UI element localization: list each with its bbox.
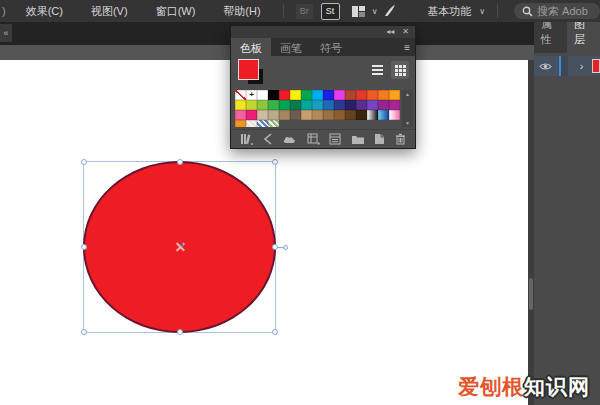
swatch[interactable] (345, 100, 356, 110)
swatch[interactable] (312, 100, 323, 110)
swatch[interactable] (279, 90, 290, 100)
search-box[interactable]: 搜索 Adob (514, 3, 600, 19)
swatch[interactable] (268, 90, 279, 100)
swatch[interactable] (268, 100, 279, 110)
swatch[interactable] (235, 110, 246, 120)
swatch[interactable] (312, 90, 323, 100)
stock-icon[interactable]: St (321, 3, 340, 20)
center-point-widget[interactable] (174, 242, 185, 253)
menu-item[interactable]: 窗口(W) (142, 4, 210, 19)
swatch[interactable] (279, 100, 290, 110)
swatch[interactable] (334, 110, 345, 120)
handle-bottom-left[interactable] (81, 329, 87, 335)
new-swatch-icon[interactable] (374, 133, 385, 145)
swatch[interactable] (268, 120, 279, 127)
swatch[interactable] (235, 120, 246, 127)
swatch-options-icon[interactable] (329, 133, 341, 145)
close-icon[interactable]: ✕ (402, 28, 409, 36)
side-widget-handle[interactable] (277, 247, 286, 248)
selection-bounding-box[interactable] (83, 161, 276, 333)
swatch[interactable] (323, 100, 334, 110)
swatch[interactable] (290, 100, 301, 110)
swatch[interactable] (367, 100, 378, 110)
workspace-layout-icon[interactable] (352, 6, 365, 17)
layer-expand-arrow[interactable]: › (571, 60, 592, 72)
swatch[interactable] (301, 110, 312, 120)
list-view-button[interactable] (368, 61, 386, 79)
swatch[interactable] (367, 90, 378, 100)
chevron-down-icon[interactable]: ∨ (479, 7, 485, 16)
handle-mid-left[interactable] (81, 244, 87, 250)
chevron-down-icon[interactable]: ∨ (372, 7, 378, 16)
swatch[interactable] (323, 110, 334, 120)
swatch[interactable] (235, 100, 246, 110)
bridge-icon[interactable]: Br (296, 4, 313, 19)
swatch[interactable] (268, 110, 279, 120)
layer-thumbnail[interactable] (592, 59, 600, 73)
swatch[interactable] (389, 90, 400, 100)
swatch[interactable] (257, 110, 268, 120)
swatch[interactable] (257, 90, 268, 100)
tab-symbols[interactable]: 符号 (311, 38, 351, 56)
fill-swatch[interactable] (238, 59, 259, 80)
swatch[interactable] (356, 100, 367, 110)
swatch[interactable] (235, 90, 246, 100)
swatch-libraries-icon[interactable] (240, 133, 253, 145)
swatch[interactable] (323, 90, 334, 100)
panel-title-bar[interactable]: ◂◂ ✕ (231, 26, 415, 38)
delete-swatch-icon[interactable] (395, 133, 406, 145)
scroll-down-icon[interactable]: ▼ (405, 120, 410, 126)
fill-stroke-proxy[interactable] (238, 59, 268, 87)
panel-menu-icon[interactable]: ≡ (404, 42, 410, 53)
swatch-scrollbar[interactable]: ▲ ▼ (402, 90, 413, 127)
grid-view-button[interactable] (391, 61, 409, 79)
collapse-icons-icon[interactable]: ◂◂ (386, 28, 394, 36)
swatch[interactable] (279, 110, 290, 120)
swatch[interactable] (389, 110, 400, 120)
swatch[interactable] (246, 100, 257, 110)
handle-top-right[interactable] (272, 159, 278, 165)
eye-icon[interactable] (539, 57, 552, 75)
swatch[interactable] (378, 100, 389, 110)
tab-brushes[interactable]: 画笔 (271, 38, 311, 56)
swatch[interactable] (246, 120, 257, 127)
brush-icon[interactable] (383, 4, 396, 19)
menu-item[interactable]: 效果(C) (12, 4, 77, 19)
swatch[interactable] (257, 120, 268, 127)
watermark: 爱刨根知识网 (458, 373, 590, 401)
handle-bottom-mid[interactable] (177, 329, 183, 335)
swatch[interactable] (345, 110, 356, 120)
swatch[interactable] (356, 90, 367, 100)
layer-row[interactable]: › (534, 56, 600, 76)
swatch[interactable] (334, 100, 345, 110)
swatch[interactable] (367, 110, 378, 120)
swatch[interactable] (312, 110, 323, 120)
swatch[interactable] (378, 110, 389, 120)
tab-swatches[interactable]: 色板 (231, 38, 271, 56)
swatch[interactable] (389, 100, 400, 110)
handle-top-mid[interactable] (177, 159, 183, 165)
handle-top-left[interactable] (81, 159, 87, 165)
swatch[interactable] (356, 110, 367, 120)
swatch[interactable] (257, 100, 268, 110)
swatch[interactable] (345, 90, 356, 100)
swatch[interactable] (301, 100, 312, 110)
swatch[interactable] (378, 90, 389, 100)
scroll-up-icon[interactable]: ▲ (405, 91, 410, 97)
swatch[interactable] (301, 90, 312, 100)
swatch[interactable]: + (246, 90, 257, 100)
color-themes-icon[interactable] (263, 133, 273, 145)
add-to-library-icon[interactable] (282, 133, 297, 145)
workspace-switcher[interactable]: 基本功能 (427, 4, 471, 19)
handle-bottom-right[interactable] (272, 329, 278, 335)
collapse-panel-icon[interactable]: « (0, 24, 12, 42)
menu-item[interactable]: 帮助(H) (209, 4, 274, 19)
swatch[interactable] (290, 90, 301, 100)
swatch[interactable] (334, 90, 345, 100)
new-color-group-icon[interactable] (351, 133, 365, 145)
swatch[interactable] (290, 110, 301, 120)
scrollbar-thumb[interactable] (529, 278, 533, 310)
swatch-kinds-icon[interactable] (307, 133, 320, 145)
swatch[interactable] (246, 110, 257, 120)
menu-item[interactable]: 视图(V) (77, 4, 142, 19)
